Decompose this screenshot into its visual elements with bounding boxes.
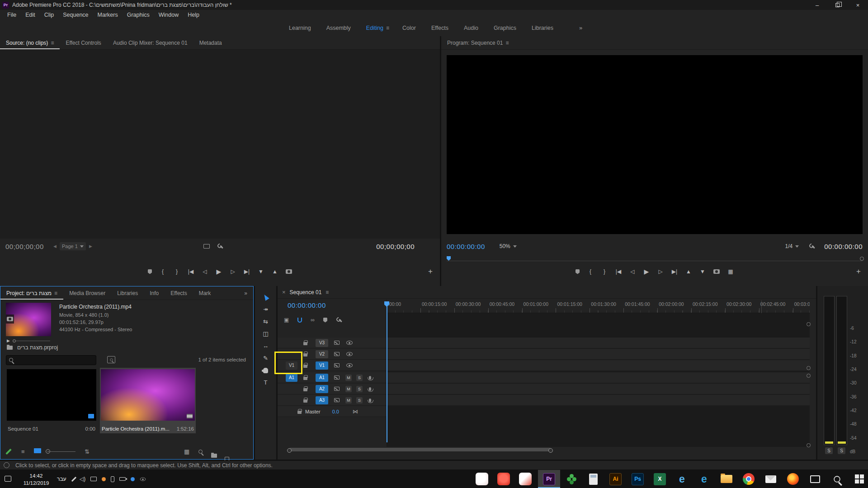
selection-tool[interactable] <box>255 291 276 303</box>
track-lane-a1[interactable] <box>387 372 810 383</box>
track-lane-a3[interactable] <box>387 395 810 406</box>
razor-tool[interactable]: ◫ <box>255 328 276 339</box>
panel-menu-icon[interactable]: ≡ <box>51 40 54 46</box>
menu-graphics[interactable]: Graphics <box>123 12 154 18</box>
taskbar-clock[interactable]: 14:42 11/12/2019 <box>18 473 54 487</box>
workspace-audio[interactable]: Audio <box>456 25 486 31</box>
menu-window[interactable]: Window <box>154 12 183 18</box>
timeline-timecode[interactable]: 00:00:00:00 <box>288 301 326 309</box>
sync-lock-icon[interactable] <box>334 363 340 367</box>
track-output-icon[interactable] <box>346 363 353 367</box>
track-lock-icon[interactable] <box>303 353 307 357</box>
nest-toggle-icon[interactable]: ▣ <box>284 317 289 323</box>
step-back-button[interactable]: ◁ <box>629 268 636 275</box>
track-target-v1[interactable]: V1 <box>316 361 328 370</box>
vertical-scroll-handle[interactable] <box>807 366 811 370</box>
pen-tray-icon[interactable] <box>71 476 76 481</box>
solo-button[interactable]: S <box>356 375 363 381</box>
play-button[interactable]: ▶ <box>216 268 222 275</box>
project-file-row[interactable]: מצגת ברים.prproj <box>7 344 58 351</box>
timeline-ruler[interactable]: :00:00 00:00:15:00 00:00:30:00 00:00:45:… <box>387 300 810 313</box>
sync-lock-icon[interactable] <box>334 387 340 391</box>
taskbar-mail[interactable] <box>760 470 782 488</box>
taskbar-pinned-icon[interactable] <box>476 473 488 485</box>
tab-libraries[interactable]: Libraries <box>111 286 144 300</box>
taskbar-internet-explorer[interactable]: e <box>671 470 693 488</box>
taskbar-file-explorer[interactable] <box>715 470 737 488</box>
icon-view-button[interactable] <box>34 448 41 453</box>
source-monitor-viewer[interactable] <box>0 50 440 239</box>
taskbar-photoshop[interactable]: Ps <box>627 470 649 488</box>
export-frame-icon[interactable] <box>713 269 720 274</box>
track-lock-icon[interactable] <box>303 388 307 391</box>
lift-button[interactable]: ▲ <box>685 268 692 275</box>
horizontal-scroll-thumb[interactable] <box>289 448 551 451</box>
tab-program[interactable]: Program: Sequence 01 ≡ <box>441 36 514 49</box>
menu-edit[interactable]: Edit <box>21 12 40 18</box>
menu-help[interactable]: Help <box>183 12 204 18</box>
track-lock-icon[interactable] <box>297 411 302 414</box>
taskbar-illustrator[interactable]: Ai <box>604 470 627 488</box>
preview-scrubber[interactable] <box>13 341 50 341</box>
source-patch-a2[interactable] <box>286 385 297 393</box>
tab-source[interactable]: Source: (no clips) ≡ <box>0 36 60 49</box>
taskbar-task-view[interactable] <box>804 470 826 488</box>
track-target-a3[interactable]: A3 <box>316 396 328 404</box>
sync-lock-icon[interactable] <box>334 352 340 356</box>
sync-lock-icon[interactable] <box>334 341 340 345</box>
updater-tray-icon[interactable] <box>102 477 106 481</box>
tabs-overflow-button[interactable]: » <box>238 286 253 300</box>
timeline-tab-label[interactable]: Sequence 01 <box>290 289 322 296</box>
mute-button[interactable]: M <box>345 397 352 404</box>
go-to-in-button[interactable]: |◀ <box>615 268 622 275</box>
workspace-overflow-button[interactable]: » <box>579 24 582 31</box>
automate-to-sequence-button[interactable]: ▦ <box>184 448 189 455</box>
list-view-button[interactable]: ≡ <box>21 448 25 455</box>
taskbar-calculator[interactable] <box>582 470 604 488</box>
taskbar-excel[interactable]: X <box>649 470 671 488</box>
slip-tool[interactable]: ↔ <box>255 340 276 352</box>
settings-wrench-icon[interactable] <box>809 243 815 249</box>
track-lock-icon[interactable] <box>303 399 307 403</box>
track-target-v2[interactable]: V2 <box>316 350 328 358</box>
step-forward-button[interactable]: ▷ <box>657 268 664 275</box>
program-monitor-viewer[interactable] <box>447 55 863 234</box>
playhead-line[interactable] <box>387 306 387 442</box>
overwrite-button[interactable]: ▲ <box>272 268 278 275</box>
export-frame-icon[interactable] <box>286 269 292 274</box>
go-to-in-button[interactable]: |◀ <box>188 268 194 275</box>
track-target-v3[interactable]: V3 <box>316 339 328 347</box>
add-marker-icon[interactable] <box>148 269 152 274</box>
go-to-out-button[interactable]: ▶| <box>671 268 678 275</box>
scroll-zoom-handle-left[interactable] <box>287 448 292 453</box>
scroll-zoom-handle-right[interactable] <box>548 448 553 453</box>
track-lane-a2[interactable] <box>387 384 810 394</box>
workspace-learning[interactable]: Learning <box>281 25 319 31</box>
meter-solo-left-button[interactable]: S <box>825 447 833 454</box>
insert-button[interactable]: ▼ <box>258 268 264 275</box>
panel-menu-icon[interactable]: ≡ <box>505 40 509 46</box>
extract-button[interactable]: ▼ <box>699 268 706 275</box>
preview-scrub-handle[interactable] <box>13 339 16 343</box>
taskbar-edge[interactable]: e <box>693 470 715 488</box>
button-editor-add[interactable]: + <box>428 264 433 279</box>
timeline-settings-icon[interactable] <box>336 317 342 323</box>
display-tray-icon[interactable] <box>90 477 97 481</box>
workspace-menu-icon[interactable]: ≡ <box>386 25 395 31</box>
sort-button[interactable]: ⇅ <box>85 448 90 455</box>
menu-sequence[interactable]: Sequence <box>58 12 93 18</box>
workspace-graphics[interactable]: Graphics <box>486 25 524 31</box>
poster-frame-chip[interactable] <box>6 314 14 324</box>
menu-markers[interactable]: Markers <box>93 12 123 18</box>
track-lane-v2[interactable] <box>387 349 810 360</box>
taskbar-clover-app[interactable] <box>560 470 582 488</box>
step-forward-button[interactable]: ▷ <box>230 268 236 275</box>
panel-menu-icon[interactable]: ≡ <box>326 289 329 296</box>
panel-menu-icon[interactable]: ≡ <box>54 290 57 296</box>
pen-tool[interactable]: ✎ <box>255 352 276 364</box>
speaker-icon[interactable]: ◁) <box>80 476 85 482</box>
solo-button[interactable]: S <box>356 397 363 404</box>
workspace-color[interactable]: Color <box>395 25 424 31</box>
page-prev-icon[interactable]: ◀ <box>53 244 57 249</box>
tab-audio-clip-mixer[interactable]: Audio Clip Mixer: Sequence 01 <box>107 36 193 49</box>
